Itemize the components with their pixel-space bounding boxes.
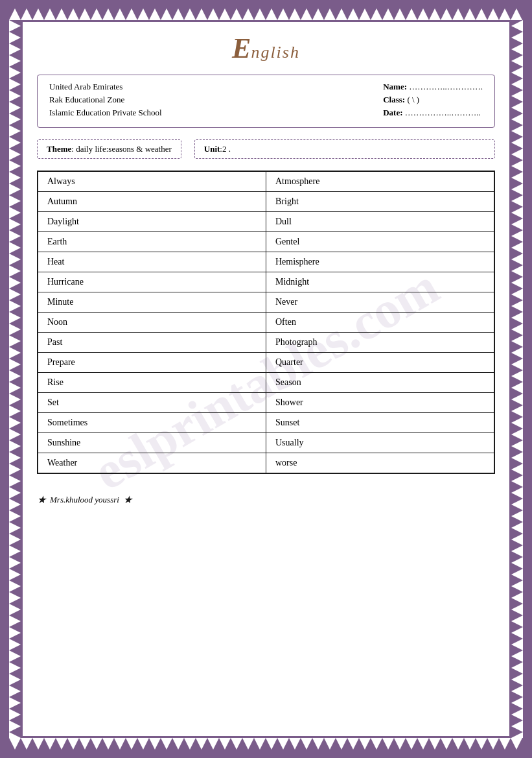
table-row: NoonOften [38,313,494,333]
vocab-word-left: Earth [38,232,266,252]
table-row: SometimesSunset [38,413,494,433]
border-container: eslprintables.com English United Arab Em… [9,8,523,750]
table-row: HeatHemisphere [38,252,494,272]
table-row: PastPhotograph [38,333,494,353]
star-icon-right: ★ [123,493,132,506]
vocab-word-left: Noon [38,313,266,333]
vocab-word-right: Dull [266,212,495,232]
header-left: United Arab Emirates Rak Educational Zon… [49,82,162,121]
vocab-word-right: Quarter [266,353,495,373]
table-row: DaylightDull [38,212,494,232]
class-value: ( \ ) [407,95,419,104]
table-row: AutumnBright [38,192,494,212]
vocab-word-right: Often [266,313,495,333]
vocabulary-table: AlwaysAtmosphereAutumnBrightDaylightDull… [37,171,495,474]
vocab-word-right: Shower [266,393,495,413]
table-row: HurricaneMidnight [38,272,494,292]
vocab-word-left: Rise [38,373,266,393]
header-info: United Arab Emirates Rak Educational Zon… [37,75,495,128]
vocab-word-left: Weather [38,453,266,474]
table-row: EarthGentel [38,232,494,252]
vocab-word-left: Sometimes [38,413,266,433]
vocab-word-left: Minute [38,292,266,313]
vocab-word-right: Hemisphere [266,252,495,272]
unit-label: Unit [204,144,220,154]
table-row: PrepareQuarter [38,353,494,373]
theme-box: Theme: daily life:seasons & weather [37,139,181,159]
vocab-word-right: Sunset [266,413,495,433]
table-row: Weatherworse [38,453,494,474]
theme-label: Theme [47,144,71,154]
theme-value: : daily life:seasons & weather [71,144,172,154]
table-row: AlwaysAtmosphere [38,171,494,192]
footer-text: Mrs.khulood youssri [50,495,119,505]
vocab-word-right: Gentel [266,232,495,252]
top-border [9,8,523,20]
vocab-word-right: worse [266,453,495,474]
table-row: SunshineUsually [38,433,494,453]
date-label: Date: [383,108,402,117]
vocab-word-left: Set [38,393,266,413]
class-label: Class: [383,95,405,104]
star-icon-left: ★ [37,493,46,506]
vocab-word-left: Hurricane [38,272,266,292]
class-field: Class: ( \ ) [383,95,483,105]
table-row: MinuteNever [38,292,494,313]
theme-unit-row: Theme: daily life:seasons & weather Unit… [37,139,495,159]
vocab-word-right: Usually [266,433,495,453]
vocab-word-left: Daylight [38,212,266,232]
name-field: Name: …………..…………. [383,82,483,92]
vocab-word-left: Heat [38,252,266,272]
unit-box: Unit:2 . [194,139,495,159]
vocab-word-left: Past [38,333,266,353]
vocab-word-right: Bright [266,192,495,212]
page-background: eslprintables.com English United Arab Em… [0,0,532,758]
title-letter-e: E [232,32,251,65]
org-line3: Islamic Education Private School [49,108,162,118]
date-value: ……………..……….. [405,108,481,117]
page-content: English United Arab Emirates Rak Educati… [23,22,509,515]
left-border [9,20,21,738]
vocab-word-right: Season [266,373,495,393]
vocab-word-right: Never [266,292,495,313]
table-row: RiseSeason [38,373,494,393]
inner-page: eslprintables.com English United Arab Em… [21,20,511,738]
bottom-border [9,738,523,750]
vocab-word-right: Photograph [266,333,495,353]
title-area: English [37,32,495,65]
header-right: Name: …………..…………. Class: ( \ ) Date: ………… [383,82,483,121]
title-rest: nglish [251,43,300,62]
table-row: SetShower [38,393,494,413]
name-label: Name: [383,82,407,91]
vocab-word-left: Always [38,171,266,192]
vocab-word-left: Sunshine [38,433,266,453]
vocab-word-right: Atmosphere [266,171,495,192]
date-field: Date: ……………..……….. [383,108,483,118]
org-line1: United Arab Emirates [49,82,162,92]
name-value: …………..…………. [409,82,483,91]
footer-area: ★ Mrs.khulood youssri ★ [37,493,495,506]
vocab-word-left: Prepare [38,353,266,373]
right-border [511,20,523,738]
unit-value: :2 . [220,144,231,154]
vocab-word-left: Autumn [38,192,266,212]
vocab-word-right: Midnight [266,272,495,292]
org-line2: Rak Educational Zone [49,95,162,105]
